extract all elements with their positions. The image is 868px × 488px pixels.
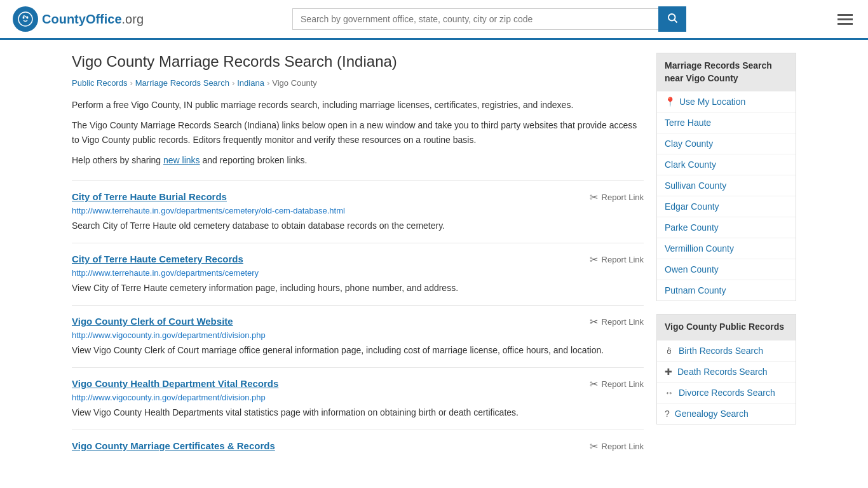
sidebar-item-clay-county[interactable]: Clay County	[657, 133, 796, 154]
result-item: Vigo County Health Department Vital Reco…	[72, 367, 644, 430]
result-title[interactable]: Vigo County Marriage Certificates & Reco…	[72, 440, 275, 451]
search-input[interactable]	[292, 8, 658, 30]
description-1: Perform a free Vigo County, IN public ma…	[72, 98, 644, 112]
sidebar-item-owen-county[interactable]: Owen County	[657, 259, 796, 280]
divorce-records-link[interactable]: Divorce Records Search	[679, 388, 775, 398]
result-title[interactable]: City of Terre Haute Burial Records	[72, 191, 227, 202]
nearby-link[interactable]: Terre Haute	[665, 118, 788, 128]
svg-point-0	[18, 12, 32, 26]
search-area	[292, 6, 686, 32]
logo-area: CountyOffice.org	[13, 6, 144, 32]
sidebar-item-sullivan-county[interactable]: Sullivan County	[657, 175, 796, 196]
search-button[interactable]	[658, 6, 686, 32]
logo-icon	[13, 6, 38, 32]
sidebar-birth-records[interactable]: 🕯 Birth Records Search	[657, 340, 796, 361]
result-item: City of Terre Haute Cemetery Records ✂ R…	[72, 243, 644, 305]
location-icon: 📍	[665, 97, 675, 107]
result-item: City of Terre Haute Burial Records ✂ Rep…	[72, 180, 644, 243]
breadcrumb-sep: ›	[267, 78, 269, 88]
report-link-label: Report Link	[602, 193, 644, 202]
breadcrumb-indiana[interactable]: Indiana	[237, 78, 264, 88]
report-icon: ✂	[590, 254, 598, 266]
content-area: Vigo County Marriage Records Search (Ind…	[72, 53, 644, 465]
result-url[interactable]: http://www.terrehaute.in.gov/departments…	[72, 206, 644, 215]
result-title[interactable]: City of Terre Haute Cemetery Records	[72, 254, 243, 264]
sidebar-death-records[interactable]: ✚ Death Records Search	[657, 361, 796, 382]
report-link[interactable]: ✂ Report Link	[590, 316, 644, 328]
birth-records-link[interactable]: Birth Records Search	[679, 346, 763, 356]
sidebar-use-location[interactable]: 📍 Use My Location	[657, 91, 796, 112]
sidebar-item-terre-haute[interactable]: Terre Haute	[657, 112, 796, 133]
report-link[interactable]: ✂ Report Link	[590, 440, 644, 452]
menu-line	[837, 14, 853, 16]
result-url[interactable]: http://www.vigocounty.in.gov/department/…	[72, 330, 644, 340]
nearby-link[interactable]: Owen County	[665, 264, 788, 274]
result-header: Vigo County Health Department Vital Reco…	[72, 378, 644, 390]
svg-point-1	[23, 17, 25, 19]
sidebar-item-edgar-county[interactable]: Edgar County	[657, 196, 796, 217]
nearby-link[interactable]: Edgar County	[665, 201, 788, 212]
sidebar-public-records-title: Vigo County Public Records	[657, 315, 796, 340]
breadcrumb: Public Records › Marriage Records Search…	[72, 78, 644, 88]
description-3-pre: Help others by sharing	[72, 155, 163, 165]
report-link-label: Report Link	[602, 379, 644, 389]
sidebar-item-putnam-county[interactable]: Putnam County	[657, 280, 796, 301]
description-2: The Vigo County Marriage Records Search …	[72, 118, 644, 147]
result-header: City of Terre Haute Burial Records ✂ Rep…	[72, 191, 644, 203]
use-location-link[interactable]: Use My Location	[679, 97, 745, 107]
results-list: City of Terre Haute Burial Records ✂ Rep…	[72, 180, 644, 465]
result-header: Vigo County Clerk of Court Website ✂ Rep…	[72, 316, 644, 328]
menu-line	[837, 18, 853, 20]
sidebar: Marriage Records Search near Vigo County…	[656, 53, 796, 465]
breadcrumb-marriage-records[interactable]: Marriage Records Search	[135, 78, 229, 88]
sidebar-item-clark-county[interactable]: Clark County	[657, 154, 796, 175]
nearby-link[interactable]: Clark County	[665, 159, 788, 170]
main-layout: Vigo County Marriage Records Search (Ind…	[59, 40, 809, 478]
birth-icon: 🕯	[665, 346, 674, 356]
result-header: Vigo County Marriage Certificates & Reco…	[72, 440, 644, 452]
nearby-link[interactable]: Putnam County	[665, 285, 788, 295]
result-item: Vigo County Clerk of Court Website ✂ Rep…	[72, 305, 644, 367]
genealogy-icon: ?	[665, 409, 670, 419]
description-3: Help others by sharing new links and rep…	[72, 153, 644, 167]
report-link[interactable]: ✂ Report Link	[590, 191, 644, 203]
breadcrumb-sep: ›	[130, 78, 132, 88]
sidebar-divorce-records[interactable]: ↔ Divorce Records Search	[657, 382, 796, 403]
svg-point-2	[27, 17, 29, 19]
report-link-label: Report Link	[602, 317, 644, 327]
death-records-link[interactable]: Death Records Search	[677, 367, 768, 377]
breadcrumb-current: Vigo County	[272, 78, 317, 88]
nearby-link[interactable]: Sullivan County	[665, 180, 788, 191]
new-links-link[interactable]: new links	[163, 155, 200, 165]
report-link[interactable]: ✂ Report Link	[590, 254, 644, 266]
result-title[interactable]: Vigo County Health Department Vital Reco…	[72, 378, 278, 389]
sidebar-public-records-section: Vigo County Public Records 🕯 Birth Recor…	[656, 314, 796, 424]
report-link-label: Report Link	[602, 442, 644, 451]
nearby-link[interactable]: Parke County	[665, 222, 788, 233]
death-icon: ✚	[665, 367, 672, 377]
report-link-label: Report Link	[602, 255, 644, 264]
divorce-icon: ↔	[665, 388, 674, 398]
result-desc: View Vigo County Health Departments vita…	[72, 406, 644, 419]
result-item: Vigo County Marriage Certificates & Reco…	[72, 430, 644, 465]
result-url[interactable]: http://www.terrehaute.in.gov/departments…	[72, 268, 644, 278]
sidebar-item-vermillion-county[interactable]: Vermillion County	[657, 238, 796, 259]
nearby-link[interactable]: Vermillion County	[665, 243, 788, 254]
report-link[interactable]: ✂ Report Link	[590, 378, 644, 390]
svg-point-3	[668, 14, 675, 21]
result-title[interactable]: Vigo County Clerk of Court Website	[72, 316, 233, 327]
genealogy-link[interactable]: Genealogy Search	[675, 409, 749, 419]
report-icon: ✂	[590, 191, 598, 203]
header: CountyOffice.org	[0, 0, 868, 40]
sidebar-item-parke-county[interactable]: Parke County	[657, 217, 796, 238]
description-3-post: and reporting broken links.	[200, 155, 308, 165]
page-title: Vigo County Marriage Records Search (Ind…	[72, 53, 644, 71]
breadcrumb-public-records[interactable]: Public Records	[72, 78, 127, 88]
breadcrumb-sep: ›	[232, 78, 234, 88]
nearby-link[interactable]: Clay County	[665, 139, 788, 149]
sidebar-nearby-title: Marriage Records Search near Vigo County	[657, 53, 796, 91]
sidebar-genealogy[interactable]: ? Genealogy Search	[657, 403, 796, 424]
menu-button[interactable]	[835, 11, 855, 27]
result-url[interactable]: http://www.vigocounty.in.gov/department/…	[72, 393, 644, 402]
menu-line	[837, 23, 853, 25]
